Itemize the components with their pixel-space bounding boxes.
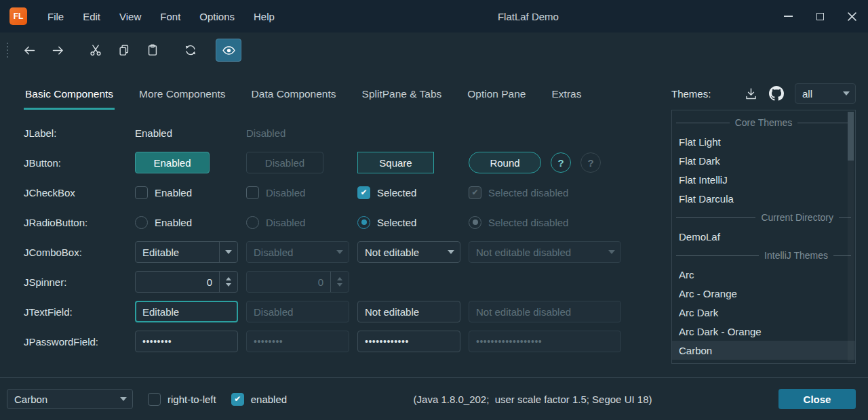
radio-selected[interactable] [357,216,370,229]
menu-file[interactable]: File [38,0,73,33]
tab-splitpane-tabs[interactable]: SplitPane & Tabs [361,88,443,110]
checkbox-selected[interactable] [357,186,370,199]
checkbox-enabled-label: Enabled [155,187,192,198]
row-jpasswordfield: JPasswordField: •••••••• •••••••• ••••••… [24,327,670,356]
tab-more-components[interactable]: More Components [138,88,227,110]
menu-font[interactable]: Font [151,0,190,33]
themes-panel: Themes: all Core Themes Flat Light Flat … [670,68,868,377]
theme-flat-dark[interactable]: Flat Dark [672,151,855,170]
spinner-down-icon [337,283,342,287]
themes-scrollbar[interactable] [848,112,854,362]
enabled-checkbox-group: enabled [231,393,287,406]
menu-options[interactable]: Options [190,0,244,33]
copy-button[interactable] [111,39,137,62]
close-button[interactable]: Close [778,389,856,409]
themes-filter-value: all [795,84,837,103]
chevron-down-icon [608,250,615,254]
tab-option-pane[interactable]: Option Pane [466,88,527,110]
show-hidden-toggle-button[interactable] [216,39,241,62]
checkbox-enabled[interactable] [135,186,148,199]
github-icon [769,86,784,101]
menu-view[interactable]: View [110,0,151,33]
round-button[interactable]: Round [469,152,541,173]
app-window: FL File Edit View Font Options Help Flat… [0,0,868,420]
theme-arc-dark[interactable]: Arc Dark [672,303,855,322]
row-jtextfield: JTextField: Editable Disabled Not editab… [24,297,670,327]
textfield-not-editable[interactable]: Not editable [357,301,460,322]
themes-label: Themes: [671,88,711,100]
toolbar-grip[interactable] [7,43,8,58]
paste-button[interactable] [140,39,165,62]
toolbar [0,33,868,68]
theme-flat-darcula[interactable]: Flat Darcula [672,189,855,208]
menu-help[interactable]: Help [244,0,284,33]
row-jcheckbox: JCheckBox Enabled Disabled Selected [24,177,670,207]
github-button[interactable] [766,83,787,104]
copy-icon [117,43,131,57]
tab-data-components[interactable]: Data Components [250,88,338,110]
jlabel-enabled: Enabled [135,127,172,139]
jlabel-disabled: Disabled [246,127,285,139]
download-themes-button[interactable] [741,83,761,104]
spinner-up-icon[interactable] [226,277,231,280]
jspinner-row-label: JSpinner: [24,276,135,288]
spinner-value[interactable]: 0 [136,272,219,292]
enabled-checkbox[interactable] [231,393,244,406]
spinner-down-icon[interactable] [226,283,231,287]
theme-combobox[interactable]: Carbon [7,389,133,409]
combobox-not-editable[interactable]: Not editable [357,241,460,263]
refresh-button[interactable] [178,39,203,62]
right-to-left-checkbox[interactable] [148,393,161,406]
main-panel: Basic Components More Components Data Co… [0,68,670,377]
passwordfield-editable[interactable]: •••••••• [135,331,238,352]
forward-button[interactable] [45,39,71,62]
combobox-disabled: Disabled [246,241,349,263]
combobox-editable[interactable]: Editable [135,241,238,263]
help-button[interactable]: ? [551,152,571,173]
enabled-button[interactable]: Enabled [135,152,210,173]
textfield-editable[interactable]: Editable [135,301,238,322]
cut-button[interactable] [83,39,108,62]
themes-filter-combobox[interactable]: all [795,83,856,104]
download-icon [744,87,758,101]
theme-flat-intellij[interactable]: Flat IntelliJ [672,170,855,189]
theme-arc-dark-orange[interactable]: Arc Dark - Orange [672,322,855,341]
chevron-down-icon [336,250,343,254]
maximize-icon [816,13,824,20]
close-window-button[interactable] [836,0,868,33]
scrollbar-thumb[interactable] [848,112,854,161]
theme-carbon[interactable]: Carbon [672,341,855,360]
tab-bar: Basic Components More Components Data Co… [24,68,670,110]
theme-demolaf[interactable]: DemoLaf [672,227,855,246]
minimize-button[interactable] [772,0,804,33]
jbutton-row-label: JButton: [24,157,135,169]
back-button[interactable] [16,39,42,62]
row-jspinner: JSpinner: 0 0 [24,267,670,297]
theme-arc-orange[interactable]: Arc - Orange [672,284,855,303]
spinner-arrows[interactable] [219,272,237,292]
runtime-info: (Java 1.8.0_202; user scale factor 1.5; … [287,394,778,405]
menu-edit[interactable]: Edit [73,0,110,33]
theme-flat-light[interactable]: Flat Light [672,132,855,151]
combobox-not-editable-disabled: Not editable disabled [469,241,621,263]
combobox-not-editable-value: Not editable [358,242,441,262]
spinner-disabled: 0 [246,271,349,293]
chevron-down-icon [225,250,232,254]
radio-selected-disabled [469,216,481,229]
square-button[interactable]: Square [357,152,434,173]
theme-arc[interactable]: Arc [672,265,855,284]
maximize-button[interactable] [804,0,836,33]
checkbox-disabled [246,186,259,199]
passwordfield-disabled: •••••••• [246,331,349,352]
tab-extras[interactable]: Extras [551,88,583,110]
theme-combobox-value: Carbon [7,390,114,408]
passwordfield-not-editable[interactable]: •••••••••••• [357,331,460,352]
tab-basic-components[interactable]: Basic Components [24,88,115,110]
combobox-editable-value[interactable]: Editable [136,242,219,262]
spinner-enabled[interactable]: 0 [135,271,238,293]
row-jradiobutton: JRadioButton: Enabled Disabled Selected [24,207,670,237]
checkbox-selected-disabled-label: Selected disabled [488,187,568,198]
radio-enabled[interactable] [135,216,148,229]
chevron-down-icon [843,91,850,96]
combobox-disabled-value: Disabled [247,242,330,262]
